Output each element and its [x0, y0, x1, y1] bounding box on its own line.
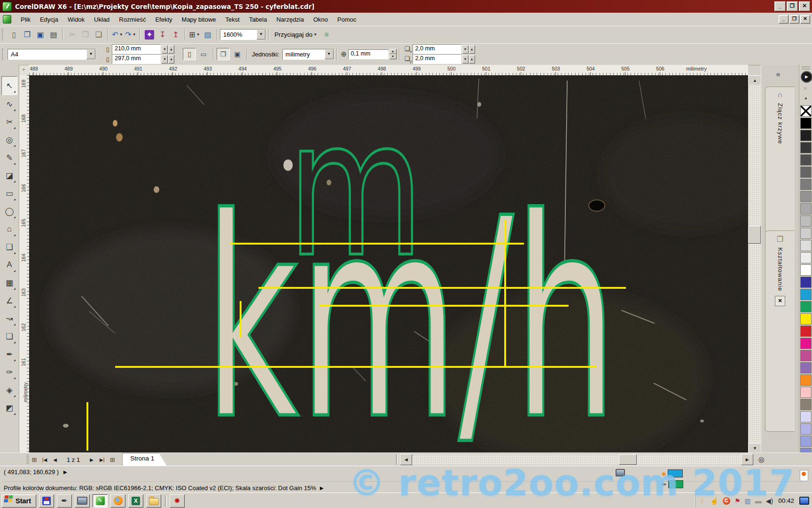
palette-swatch-20[interactable] — [800, 350, 812, 361]
hscroll-left-button[interactable]: ◀ — [400, 454, 412, 465]
palette-swatch-13[interactable] — [800, 264, 812, 276]
menu-item-uk-ad[interactable]: Układ — [89, 14, 114, 25]
connector-tool[interactable]: ↝ — [2, 310, 17, 327]
pick-tool[interactable]: ↖ — [1, 76, 17, 95]
spin-up-icon[interactable]: ▲ — [390, 49, 397, 54]
expand-arrow-icon[interactable]: ▶ — [320, 485, 324, 491]
text-tool[interactable]: A — [2, 256, 17, 274]
paste-button[interactable]: ❏ — [92, 28, 105, 41]
ellipse-tool[interactable]: ◯ — [2, 202, 17, 220]
palette-swatch-15[interactable] — [800, 289, 812, 300]
document-close-button[interactable]: ✕ — [800, 15, 810, 24]
basic-shapes-tool[interactable]: ❑ — [2, 238, 17, 256]
expand-arrow-icon[interactable]: ▶ — [63, 469, 67, 475]
palette-swatch-27[interactable] — [800, 436, 812, 447]
start-button[interactable]: Start — [1, 494, 36, 508]
palette-swatch-16[interactable] — [800, 301, 812, 312]
eyedropper-tool[interactable]: ✒ — [2, 345, 17, 363]
palette-swatch-11[interactable] — [800, 240, 812, 251]
scroll-up-button[interactable]: ▲ — [748, 75, 762, 86]
palette-swatch-22[interactable] — [800, 374, 812, 386]
tray-ruler-icon[interactable]: ▬ — [755, 498, 762, 504]
save-button[interactable]: ▣ — [34, 28, 47, 41]
duplicate-distance-y-field[interactable]: 2,0 mm — [413, 54, 461, 64]
current-page-button[interactable]: ▣ — [231, 48, 244, 60]
fill-tool[interactable]: ◈ — [2, 381, 17, 399]
redo-button[interactable]: ↷▼ — [124, 28, 137, 41]
palette-swatch-21[interactable] — [800, 362, 812, 373]
palette-swatch-12[interactable] — [800, 252, 812, 263]
table-tool[interactable]: ▦ — [2, 274, 17, 292]
paper-height-field[interactable]: 297,0 mm — [112, 54, 161, 64]
next-page-button[interactable]: ▶ — [86, 454, 97, 465]
chevron-down-icon[interactable]: ▼ — [196, 32, 200, 37]
palette-swatch-8[interactable] — [800, 203, 812, 214]
menu-item-narz-dzia[interactable]: Narzędzia — [272, 14, 309, 25]
document-minimize-button[interactable]: _ — [779, 15, 789, 24]
docker-close-button[interactable]: ✕ — [775, 296, 785, 306]
docker-tab-ksztaltowanie[interactable]: ❐ Kształtowanie ✕ — [765, 230, 795, 432]
chevron-down-icon[interactable]: ▼ — [86, 49, 95, 59]
menu-item-tabela[interactable]: Tabela — [244, 14, 272, 25]
previous-page-button[interactable]: ◀ — [50, 454, 60, 465]
menu-item-pomoc[interactable]: Pomoc — [333, 14, 361, 25]
toolbar-grip[interactable] — [2, 48, 5, 60]
menu-item-widok[interactable]: Widok — [63, 14, 89, 25]
palette-swatch-24[interactable] — [800, 399, 812, 410]
palette-swatch-14[interactable] — [800, 277, 812, 288]
chevron-down-icon[interactable]: ▼ — [257, 30, 265, 40]
taskbar-paint-splat-button[interactable]: ✸ — [170, 494, 185, 508]
taskbar-excel-button[interactable]: X — [128, 494, 143, 508]
docker-collapse-button[interactable]: « — [768, 69, 789, 81]
first-page-button[interactable]: |◀ — [39, 454, 50, 465]
menu-item-rozmie[interactable]: Rozmieść — [114, 14, 150, 25]
tray-flag-icon[interactable]: ⚑ — [734, 498, 741, 504]
spin-down-icon[interactable]: ▼ — [162, 45, 168, 54]
taskbar-coreldraw-button[interactable]: ✎ — [93, 494, 108, 508]
hscroll-right-button[interactable]: ▶ — [741, 454, 753, 465]
taskbar-pen-button[interactable]: ✒ — [57, 494, 72, 508]
spin-down-icon[interactable]: ▼ — [162, 55, 168, 64]
freehand-tool[interactable]: ✎ — [2, 149, 17, 167]
palette-flyout-button[interactable]: ▶ — [801, 71, 812, 83]
crop-tool[interactable]: ✂ — [2, 113, 17, 131]
undo-button[interactable]: ↶▼ — [111, 28, 124, 41]
menu-item-tekst[interactable]: Tekst — [221, 14, 244, 25]
palette-swatch-26[interactable] — [800, 423, 812, 435]
spin-up-icon[interactable]: ▲ — [469, 55, 475, 64]
units-select[interactable]: milimetry ▼ — [282, 49, 334, 60]
spin-down-icon[interactable]: ▼ — [462, 45, 468, 54]
vertical-ruler[interactable]: milimetry 169168167166165164163162161 — [19, 75, 30, 452]
add-page-end-button[interactable]: ⊞ — [107, 454, 117, 465]
add-page-start-button[interactable]: ⊞ — [29, 454, 39, 465]
snap-to-button[interactable]: Przyciągaj do ▼ — [272, 31, 320, 38]
page-size-select[interactable]: A4 ▼ — [8, 49, 96, 60]
palette-swatch-18[interactable] — [800, 325, 812, 337]
search-content-button[interactable]: ✦ — [143, 28, 156, 41]
toolbar-grip[interactable] — [2, 29, 5, 40]
last-page-button[interactable]: ▶| — [97, 454, 107, 465]
palette-swatch-2[interactable] — [800, 130, 812, 141]
document-icon[interactable] — [3, 15, 11, 24]
spin-up-icon[interactable]: ▲ — [168, 55, 174, 64]
tray-ccleaner-icon[interactable]: C — [723, 497, 730, 505]
spin-down-icon[interactable]: ▼ — [390, 54, 397, 59]
maximize-button[interactable]: ❐ — [787, 1, 798, 11]
outline-pen-tool[interactable]: ✑ — [2, 363, 17, 381]
palette-swatch-9[interactable] — [800, 215, 812, 227]
palette-swatch-23[interactable] — [800, 387, 812, 398]
palette-swatch-1[interactable] — [800, 118, 812, 129]
zoom-tool[interactable]: ◎ — [2, 131, 17, 149]
shape-tool[interactable]: ∿ — [2, 95, 17, 113]
palette-swatch-6[interactable] — [800, 179, 812, 190]
palette-swatch-25[interactable] — [800, 411, 812, 422]
minimize-button[interactable]: _ — [774, 1, 786, 11]
drop-shadow-tool[interactable]: ❏ — [2, 327, 17, 345]
chevron-down-icon[interactable]: ▼ — [325, 49, 334, 59]
new-document-button[interactable]: ▯ — [8, 28, 21, 41]
tray-hand-icon[interactable]: ☝ — [710, 498, 718, 504]
menu-item-plik[interactable]: Plik — [16, 14, 35, 25]
zoom-level-select[interactable]: 1600% ▼ — [220, 29, 266, 40]
print-button[interactable]: ▤ — [47, 28, 60, 41]
open-button[interactable]: ❐ — [21, 28, 34, 41]
